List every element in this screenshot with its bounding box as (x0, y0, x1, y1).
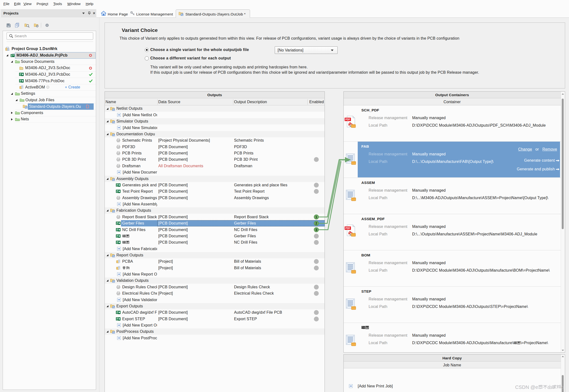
svg-text:PDF: PDF (345, 118, 350, 121)
svg-text:PDF: PDF (345, 227, 350, 230)
